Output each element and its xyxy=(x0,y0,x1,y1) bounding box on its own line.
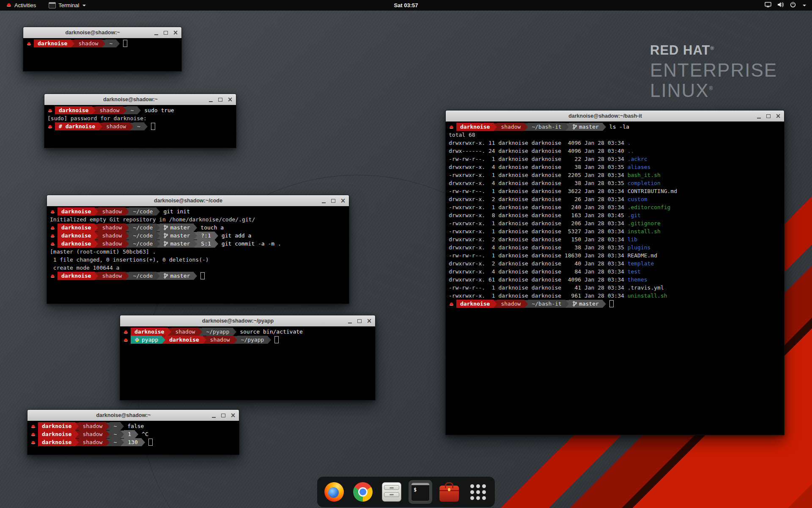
prompt-segment-git: master xyxy=(160,272,194,280)
maximize-button[interactable] xyxy=(765,112,772,120)
prompt-segment-host: shadow xyxy=(98,232,126,240)
terminal-content[interactable]: darknoiseshadow~/codegit initInitialized… xyxy=(47,206,349,304)
maximize-button[interactable] xyxy=(329,197,337,204)
close-button[interactable]: × xyxy=(172,29,179,36)
output-line: drwxrwxr-x. 4 darknoise darknoise 38 Jan… xyxy=(449,179,784,187)
prompt-line: darknoiseshadow~130 xyxy=(30,438,239,446)
maximize-button[interactable] xyxy=(162,29,170,36)
display-icon[interactable] xyxy=(765,2,771,9)
minimize-button[interactable] xyxy=(320,197,327,204)
terminal-icon: $ xyxy=(411,482,430,502)
close-button[interactable]: × xyxy=(226,96,234,103)
prompt-segment-git: master xyxy=(569,123,603,131)
volume-icon[interactable] xyxy=(777,2,784,9)
toolbox-icon xyxy=(439,486,459,502)
powerline-arrow xyxy=(603,300,606,308)
window-title: darknoise@shadow:~/bash-it xyxy=(458,113,752,119)
segment-label: darknoise xyxy=(61,273,91,279)
segment-label: shadow xyxy=(102,232,122,239)
segment-label: shadow xyxy=(82,423,102,429)
minimize-button[interactable] xyxy=(207,96,214,103)
segment-label: master xyxy=(170,232,190,239)
powerline-arrow xyxy=(524,300,528,308)
terminal-content[interactable]: darknoiseshadow~ xyxy=(23,38,181,71)
ls-text: -rwxrwxr-x. 1 darknoise darknoise 5327 J… xyxy=(449,228,628,235)
powerline-arrow xyxy=(135,431,138,438)
segment-label: 130 xyxy=(128,439,137,445)
powerline-arrow xyxy=(144,123,148,130)
terminal-app-icon xyxy=(49,2,56,8)
prompt-segment-user: darknoise xyxy=(165,336,203,344)
activities-button[interactable]: Activities xyxy=(4,0,38,11)
minimize-button[interactable] xyxy=(152,29,160,36)
app-menu[interactable]: Terminal xyxy=(47,0,88,11)
window-titlebar[interactable]: darknoise@shadow:~/code× xyxy=(47,195,349,207)
file-name: uninstall.sh xyxy=(628,293,667,299)
powerline-arrow xyxy=(121,422,124,430)
output-line: create mode 100644 a xyxy=(50,264,349,272)
ls-text: README.md xyxy=(628,252,657,259)
minimize-button[interactable] xyxy=(210,411,217,419)
redhat-icon xyxy=(123,338,129,342)
maximize-button[interactable] xyxy=(219,411,227,419)
terminal-cursor xyxy=(148,439,153,446)
dock-item-firefox[interactable] xyxy=(322,480,346,504)
terminal-content[interactable]: darknoiseshadow~/bash-itmasterls -latota… xyxy=(446,121,784,435)
prompt-segment-git: master xyxy=(569,300,603,308)
system-menu[interactable] xyxy=(765,2,812,9)
close-button[interactable]: × xyxy=(229,411,237,419)
redhat-icon xyxy=(50,226,55,230)
dock-item-files[interactable] xyxy=(380,480,403,504)
segment-label: 1 xyxy=(128,431,131,437)
window-titlebar[interactable]: darknoise@shadow:~/pyapp× xyxy=(120,315,375,327)
prompt-segment-path: ~/bash-it xyxy=(528,300,565,308)
maximize-button[interactable] xyxy=(217,96,224,103)
close-button[interactable]: × xyxy=(339,197,347,204)
prompt-segment-path: ~/bash-it xyxy=(528,123,565,131)
power-icon[interactable] xyxy=(790,2,796,9)
prompt-segment-path: ~ xyxy=(133,122,144,130)
dock-item-terminal[interactable]: $ xyxy=(409,480,432,504)
dock-item-toolbox[interactable] xyxy=(437,480,461,504)
prompt-segment-stat: 130 xyxy=(124,438,141,446)
ls-text: drwx------. 24 darknoise darknoise 4096 … xyxy=(449,148,628,154)
minimize-button[interactable] xyxy=(346,317,354,325)
window-titlebar[interactable]: darknoise@shadow:~× xyxy=(44,94,236,105)
minimize-glyph xyxy=(212,417,216,418)
close-icon: × xyxy=(776,113,781,119)
window-titlebar[interactable]: darknoise@shadow:~/bash-it× xyxy=(446,110,784,122)
close-button[interactable]: × xyxy=(774,112,782,120)
grid-dot xyxy=(476,496,480,500)
ls-text: drwxrwxr-x. 8 darknoise darknoise 163 Ja… xyxy=(449,212,628,218)
file-name: .git xyxy=(628,212,641,218)
terminal-content[interactable]: darknoiseshadow~/pyappsource bin/activat… xyxy=(120,326,375,400)
prompt-segment-user: darknoise xyxy=(456,123,494,131)
prompt-line: darknoiseshadow~/codemastertouch a xyxy=(50,224,349,232)
segment-label: darknoise xyxy=(59,107,88,113)
prompt-segment-user: darknoise xyxy=(456,300,494,308)
window-controls: × xyxy=(210,410,237,421)
powerline-arrow xyxy=(126,232,129,240)
segment-label: shadow xyxy=(102,224,122,231)
prompt-segment-path: ~/pyapp xyxy=(237,336,268,344)
prompt-line: darknoiseshadow~ xyxy=(26,39,181,47)
terminal-cursor xyxy=(123,40,127,47)
dock-item-chrome[interactable] xyxy=(351,480,375,504)
maximize-glyph xyxy=(766,114,771,118)
window-controls: × xyxy=(346,315,373,326)
clock[interactable]: Sat 03:57 xyxy=(0,2,812,8)
dock-item-appgrid[interactable] xyxy=(466,480,490,504)
minimize-button[interactable] xyxy=(755,112,763,120)
redhat-icon xyxy=(30,440,36,444)
grid-dot xyxy=(482,484,486,488)
segment-label: ~ xyxy=(113,439,117,445)
maximize-button[interactable] xyxy=(356,317,363,325)
segment-label: ~/bash-it xyxy=(532,124,561,130)
window-titlebar[interactable]: darknoise@shadow:~× xyxy=(27,410,239,421)
close-button[interactable]: × xyxy=(365,317,373,325)
terminal-content[interactable]: darknoiseshadow~falsedarknoiseshadow~1^C… xyxy=(27,421,239,455)
minimize-glyph xyxy=(322,202,326,203)
terminal-content[interactable]: darknoiseshadow~sudo true[sudo] password… xyxy=(44,105,236,148)
window-titlebar[interactable]: darknoise@shadow:~× xyxy=(23,27,181,39)
registered-mark: ® xyxy=(710,45,714,51)
